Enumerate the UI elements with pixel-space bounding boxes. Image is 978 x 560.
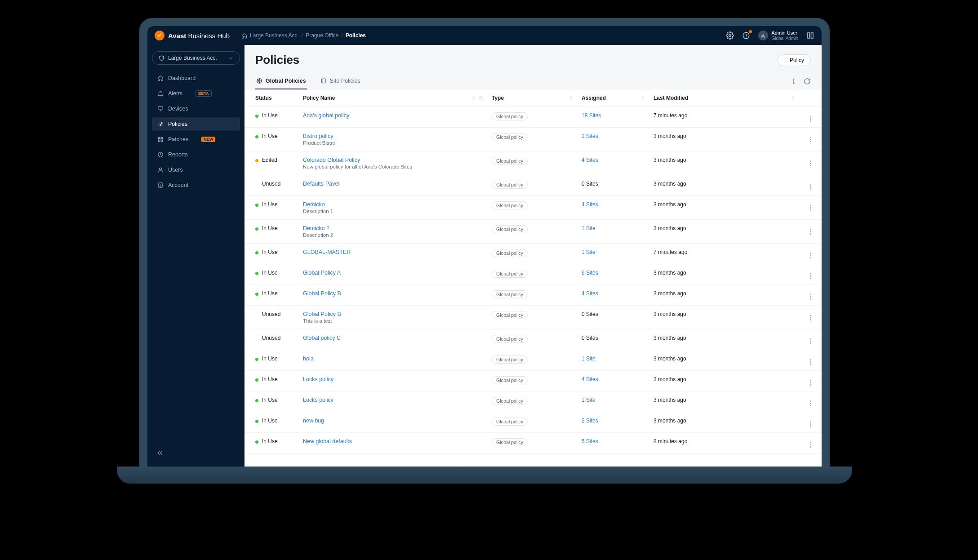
sort-icon[interactable] bbox=[569, 96, 573, 101]
status-text: Unused bbox=[262, 181, 280, 187]
modified-text: 3 months ago bbox=[653, 418, 686, 424]
crumb-0[interactable]: Large Business Acc. bbox=[250, 32, 299, 39]
chevron-down-icon bbox=[228, 56, 233, 61]
assigned-value[interactable]: 4 Sites bbox=[582, 201, 598, 208]
row-menu-icon[interactable] bbox=[810, 442, 811, 448]
policy-link[interactable]: hola bbox=[303, 356, 314, 362]
status-dot bbox=[255, 251, 258, 254]
sort-icon[interactable] bbox=[640, 96, 645, 101]
row-menu-icon[interactable] bbox=[810, 400, 811, 406]
svg-point-7 bbox=[160, 124, 161, 125]
svg-point-2 bbox=[762, 34, 764, 36]
row-menu-icon[interactable] bbox=[810, 116, 811, 122]
status-dot bbox=[255, 183, 258, 186]
policy-link[interactable]: New global defaults bbox=[303, 438, 352, 444]
nav-badge: NEW bbox=[201, 137, 215, 142]
sidebar-item-reports[interactable]: Reports bbox=[152, 147, 240, 162]
assigned-value[interactable]: 4 Sites bbox=[582, 157, 598, 163]
assigned-value[interactable]: 6 Sites bbox=[582, 270, 598, 276]
sidebar-item-policies[interactable]: Policies bbox=[152, 117, 240, 131]
row-menu-icon[interactable] bbox=[810, 205, 811, 211]
assigned-value: 0 Sites bbox=[582, 311, 598, 317]
site-selector[interactable]: Large Business Acc. bbox=[152, 51, 240, 65]
row-menu-icon[interactable] bbox=[810, 273, 811, 279]
crumb-1[interactable]: Prague Office bbox=[306, 32, 338, 39]
row-menu-icon[interactable] bbox=[810, 359, 811, 365]
sort-icon[interactable] bbox=[791, 96, 796, 101]
row-menu-icon[interactable] bbox=[810, 338, 811, 344]
policy-link[interactable]: Demicko 2 bbox=[303, 225, 329, 231]
apps-icon[interactable] bbox=[806, 31, 814, 40]
policy-link[interactable]: Ana's global policy bbox=[303, 112, 349, 119]
sidebar-item-alerts[interactable]: AlertsBETA bbox=[152, 86, 240, 101]
policy-link[interactable]: Defaults-Pavel bbox=[303, 181, 339, 187]
col-modified[interactable]: Last Modified bbox=[649, 89, 799, 107]
policy-link[interactable]: new bug bbox=[303, 418, 324, 424]
svg-rect-4 bbox=[811, 33, 814, 38]
row-menu-icon[interactable] bbox=[810, 137, 811, 142]
status-text: In Use bbox=[262, 397, 278, 403]
assigned-value[interactable]: 5 Sites bbox=[582, 438, 598, 444]
text-cursor-icon[interactable] bbox=[790, 78, 797, 85]
tab-global-policies[interactable]: Global Policies bbox=[255, 73, 307, 89]
refresh-icon[interactable] bbox=[804, 78, 811, 85]
sidebar-item-account[interactable]: Account bbox=[152, 178, 240, 192]
row-menu-icon[interactable] bbox=[810, 294, 811, 300]
col-assigned[interactable]: Assigned bbox=[577, 89, 649, 107]
policy-link[interactable]: Global Policy B bbox=[303, 290, 341, 297]
sidebar-item-devices[interactable]: Devices bbox=[152, 102, 240, 116]
notifications-icon[interactable] bbox=[742, 31, 750, 40]
assigned-value[interactable]: 4 Sites bbox=[582, 376, 598, 382]
policy-link[interactable]: Colorado Global Policy bbox=[303, 157, 360, 163]
modified-text: 3 months ago bbox=[653, 181, 686, 187]
main: Policies Policy Global Policies Site Pol… bbox=[244, 45, 822, 467]
sort-icon[interactable] bbox=[471, 96, 476, 101]
svg-rect-16 bbox=[321, 79, 325, 83]
policy-link[interactable]: Locks policy bbox=[303, 376, 333, 382]
assigned-value[interactable]: 1 Site bbox=[582, 225, 596, 231]
assigned-value[interactable]: 1 Site bbox=[582, 249, 596, 255]
assigned-value[interactable]: 4 Sites bbox=[582, 290, 598, 297]
policy-link[interactable]: GLOBAL-MASTER bbox=[303, 249, 351, 255]
policy-link[interactable]: Global Policy A bbox=[303, 270, 341, 276]
policy-link[interactable]: Global policy C bbox=[303, 335, 341, 341]
table-row: In UseBistro policyProduct BistroGlobal … bbox=[244, 128, 822, 151]
sidebar-item-dashboard[interactable]: Dashboard bbox=[152, 71, 240, 85]
policy-link[interactable]: Locks policy bbox=[303, 397, 333, 403]
modified-text: 3 months ago bbox=[653, 157, 686, 163]
col-status[interactable]: Status bbox=[244, 89, 298, 107]
policy-link[interactable]: Bistro policy bbox=[303, 133, 333, 139]
row-menu-icon[interactable] bbox=[810, 160, 811, 166]
user-menu[interactable]: Admin User Global Admin bbox=[758, 30, 798, 40]
row-menu-icon[interactable] bbox=[810, 184, 811, 190]
policy-link[interactable]: Global Policy B bbox=[303, 311, 341, 317]
sidebar-item-patches[interactable]: PatchesNEW bbox=[152, 132, 240, 147]
settings-icon[interactable] bbox=[726, 31, 734, 40]
collapse-icon[interactable] bbox=[156, 449, 164, 457]
row-menu-icon[interactable] bbox=[810, 253, 811, 258]
modified-text: 3 months ago bbox=[653, 335, 686, 341]
assigned-value[interactable]: 1 Site bbox=[582, 397, 596, 403]
table-wrap[interactable]: Status Policy Name Type bbox=[244, 89, 822, 467]
sidebar-item-users[interactable]: Users bbox=[152, 163, 240, 177]
grid-icon bbox=[157, 136, 164, 142]
col-type[interactable]: Type bbox=[487, 89, 577, 107]
search-icon[interactable] bbox=[479, 96, 484, 101]
home-icon[interactable] bbox=[241, 33, 247, 39]
assigned-value[interactable]: 2 Sites bbox=[582, 418, 598, 424]
row-menu-icon[interactable] bbox=[810, 229, 811, 235]
status-cell: In Use bbox=[255, 418, 294, 424]
row-menu-icon[interactable] bbox=[810, 315, 811, 320]
assigned-value[interactable]: 1 Site bbox=[582, 356, 596, 362]
policy-link[interactable]: Demicko bbox=[303, 201, 325, 208]
add-policy-button[interactable]: Policy bbox=[778, 54, 811, 66]
status-dot bbox=[255, 420, 258, 423]
assigned-value[interactable]: 2 Sites bbox=[582, 133, 598, 139]
tab-site-policies[interactable]: Site Policies bbox=[320, 73, 361, 89]
assigned-value[interactable]: 18 Sites bbox=[582, 112, 601, 119]
modified-text: 7 minutes ago bbox=[653, 112, 687, 119]
row-menu-icon[interactable] bbox=[810, 380, 811, 386]
row-menu-icon[interactable] bbox=[810, 421, 811, 427]
status-text: In Use bbox=[262, 249, 278, 255]
col-policy-name[interactable]: Policy Name bbox=[298, 89, 487, 107]
